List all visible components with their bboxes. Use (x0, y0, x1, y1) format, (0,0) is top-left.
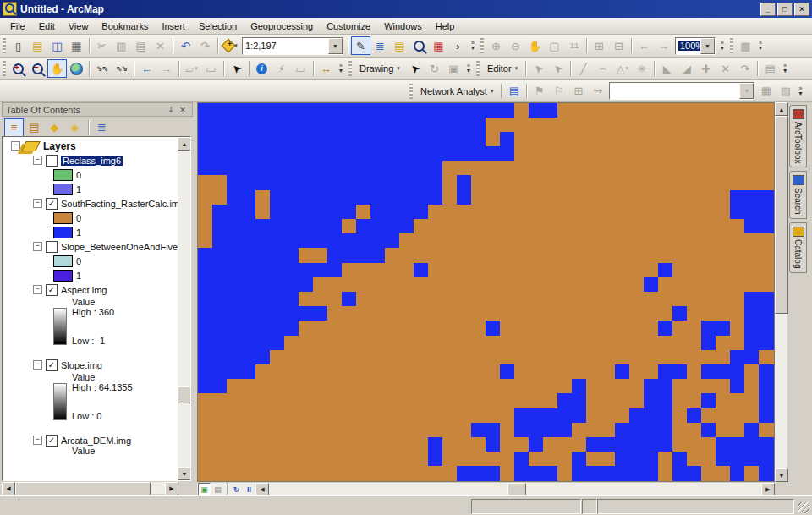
html-popup-button[interactable]: ⚡ (272, 59, 291, 78)
expander-icon[interactable]: − (33, 242, 42, 251)
open-button[interactable]: ▤ (28, 36, 47, 55)
menu-help[interactable]: Help (429, 19, 462, 33)
map-vertical-scrollbar[interactable]: ▲ ▼ (775, 102, 787, 482)
toc-title-bar[interactable]: Table Of Contents ↧ ✕ (2, 102, 193, 117)
arctoolbox-window-button[interactable]: ▦ (429, 36, 448, 55)
visibility-checkbox[interactable] (46, 241, 58, 253)
menu-view[interactable]: View (62, 19, 96, 33)
legend-swatch[interactable] (53, 227, 73, 238)
editor-toolbar-toggle[interactable]: ✎ (351, 36, 370, 55)
catalog-window-button[interactable]: ▤ (390, 36, 409, 55)
maximize-button[interactable]: □ (777, 3, 793, 16)
network-dataset-properties-button[interactable]: ▦ (756, 82, 776, 101)
menu-windows[interactable]: Windows (377, 19, 429, 33)
tree-swatch-row[interactable]: 0 (3, 211, 178, 225)
layout-zoom-out-button[interactable]: ⊖ (506, 36, 525, 55)
map-scale-combo[interactable]: 1:2,197▼ (242, 37, 343, 55)
expander-icon[interactable]: − (11, 141, 20, 151)
create-network-location-tool-button[interactable]: ⚑ (529, 82, 549, 101)
standard-overflow-chevron[interactable]: »▼ (468, 37, 478, 54)
resize-grip-icon[interactable] (798, 502, 809, 513)
reshape-feature-button[interactable]: ◢ (677, 59, 696, 78)
layer-reclass-img6[interactable]: −Reclass_img6 (3, 153, 178, 167)
publisher-button[interactable]: ▩ (736, 36, 755, 55)
go-back-extent-button[interactable]: ← (137, 59, 156, 78)
straight-segment-button[interactable]: ╱ (573, 59, 593, 78)
layer-aspect[interactable]: −✓Aspect.img (3, 282, 178, 297)
title-bar[interactable]: Untitled - ArcMap _□✕ (0, 0, 812, 18)
expander-icon[interactable]: − (33, 285, 42, 294)
select-features-button[interactable]: ▱▾ (182, 59, 201, 78)
toc-scroll-thumb[interactable] (178, 386, 191, 403)
network-analyst-window-button[interactable]: ▤ (504, 82, 524, 101)
list-by-visibility-button[interactable]: ◆ (45, 118, 64, 137)
zoom-out-button[interactable]: − (28, 59, 47, 78)
split-tool-button[interactable]: ✕ (716, 59, 735, 78)
go-forward-extent-button[interactable]: → (156, 59, 176, 78)
layout-toolbar-grip[interactable] (480, 38, 484, 53)
map-scroll-up-arrow[interactable]: ▲ (775, 102, 788, 116)
drawing-toolbar-grip[interactable] (348, 61, 352, 76)
legend-swatch[interactable] (53, 184, 73, 195)
chevron-down-icon[interactable]: ▾ (195, 65, 198, 72)
layers-group[interactable]: −Layers (3, 139, 178, 153)
data-view-button[interactable]: ▣ (198, 483, 211, 496)
edit-tool-button[interactable]: ➤ (529, 59, 548, 78)
menu-selection[interactable]: Selection (192, 19, 244, 33)
toc-options-button[interactable]: ≣ (92, 118, 112, 137)
chevron-down-icon[interactable]: ▼ (700, 38, 715, 54)
minimize-button[interactable]: _ (760, 3, 776, 16)
editor-menu-button[interactable]: Editor▾ (482, 59, 523, 78)
standard-toolbar-grip[interactable] (3, 38, 6, 53)
layout-zoom-100-button[interactable]: 1:1 (564, 36, 584, 55)
menu-insert[interactable]: Insert (155, 19, 192, 33)
menu-edit[interactable]: Edit (32, 19, 62, 33)
rotate-tool-button[interactable]: ↷ (735, 59, 754, 78)
visibility-checkbox[interactable]: ✓ (46, 359, 58, 371)
undo-button[interactable]: ↶ (176, 36, 195, 55)
expander-icon[interactable]: − (33, 156, 42, 165)
network-analyst-toolbar-grip[interactable] (409, 84, 413, 99)
snapping-button[interactable]: ✳ (632, 59, 651, 78)
close-button[interactable]: ✕ (794, 3, 809, 16)
legend-ramp[interactable]: ValueHigh : 64.1355Low : 0 (3, 372, 178, 421)
toc-vertical-scrollbar[interactable]: ▲ ▼ (178, 137, 190, 480)
hyperlink-button[interactable]: ▭ (291, 59, 310, 78)
edit-annotation-tool-button[interactable]: ➤ (548, 59, 568, 78)
network-analyst-overflow-chevron[interactable]: »▼ (795, 83, 805, 100)
layer-slope[interactable]: −✓Slope.img (3, 358, 178, 372)
new-map-button[interactable]: ▯ (8, 36, 28, 55)
copy-button[interactable]: ▥ (112, 36, 131, 55)
legend-ramp[interactable]: ValueHigh : 360Low : -1 (3, 297, 178, 346)
redo-button[interactable]: ↷ (195, 36, 215, 55)
layer-southfacting-rastercalc[interactable]: −✓SouthFacting_RasterCalc.img (3, 196, 178, 211)
chevron-down-icon[interactable]: ▼ (328, 38, 343, 54)
fixed-zoom-out-button[interactable]: ⇖⇘ (112, 59, 131, 78)
tools-toolbar-grip[interactable] (3, 61, 6, 76)
map-vscroll-thumb[interactable] (775, 116, 788, 314)
tree-swatch-row[interactable]: 0 (3, 254, 178, 268)
legend-swatch[interactable] (53, 169, 73, 181)
tools-overflow-chevron[interactable]: »▼ (336, 60, 346, 77)
color-ramp-icon[interactable] (53, 383, 67, 420)
measure-button[interactable]: ↔ (316, 59, 336, 78)
expander-icon[interactable]: − (33, 199, 42, 208)
select-elements-button[interactable]: ➤ (227, 59, 246, 78)
end-point-arc-button[interactable]: ⌢ (593, 59, 612, 78)
tree-swatch-row[interactable]: 1 (3, 225, 178, 239)
list-by-source-button[interactable]: ▤ (25, 118, 44, 137)
visibility-checkbox[interactable]: ✓ (46, 198, 58, 210)
publisher-toolbar-grip[interactable] (730, 38, 733, 53)
map-hscroll-track[interactable] (269, 483, 761, 496)
layout-view-button[interactable]: ▤ (212, 484, 223, 495)
visibility-checkbox[interactable] (46, 155, 58, 167)
modify-feature-button[interactable]: ✚ (696, 59, 716, 78)
tab-search[interactable]: Search (789, 171, 807, 219)
toc-scroll-up-arrow[interactable]: ▲ (178, 137, 191, 151)
layout-overflow-chevron[interactable]: »▼ (717, 37, 727, 54)
layout-fixed-zoom-out-button[interactable]: ⊟ (609, 36, 628, 55)
full-extent-button[interactable] (67, 59, 86, 78)
visibility-checkbox[interactable]: ✓ (46, 435, 58, 447)
list-by-selection-button[interactable]: ◈ (65, 118, 85, 137)
list-by-drawing-order-button[interactable]: ≡ (4, 118, 24, 137)
